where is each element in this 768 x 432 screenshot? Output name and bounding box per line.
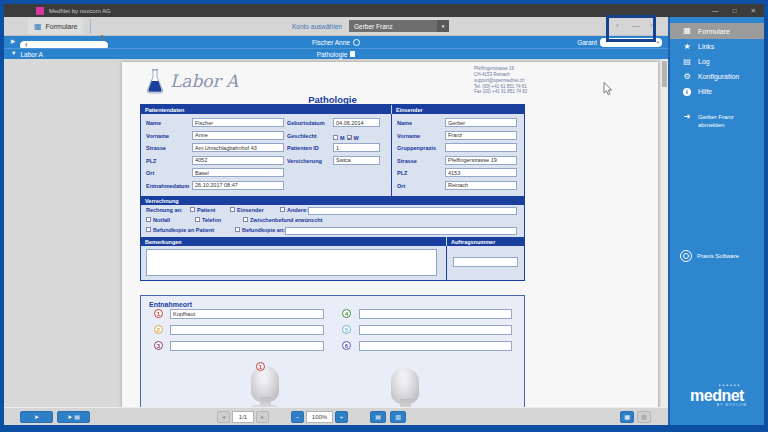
head-front-figure[interactable] xyxy=(245,366,285,407)
site-2-badge: 2 xyxy=(154,325,163,334)
einsender-strasse-field[interactable] xyxy=(445,156,517,165)
patientendaten-header: Patientendaten xyxy=(141,105,392,114)
patient-ort-field[interactable] xyxy=(192,168,284,177)
maximize-icon[interactable]: □ xyxy=(733,7,737,15)
close-icon[interactable]: ✕ xyxy=(751,7,756,15)
site-4-field[interactable] xyxy=(359,309,512,319)
telefon-checkbox[interactable] xyxy=(195,217,200,222)
scrollbar-thumb[interactable] xyxy=(662,61,667,87)
report-icon: ▦ xyxy=(624,414,630,420)
notfall-checkbox[interactable] xyxy=(146,217,151,222)
head-back-figure[interactable] xyxy=(385,368,425,407)
sidebar-item-formulare[interactable]: ▦ Formulare xyxy=(670,23,764,39)
geschlecht-w-checkbox[interactable] xyxy=(347,135,352,140)
form-group-label[interactable]: Labor A xyxy=(20,51,42,58)
patient-plz-field[interactable] xyxy=(192,156,284,165)
sidebar-item-hilfe[interactable]: i Hilfe xyxy=(670,84,764,99)
form-group-bar: ▼ Labor A Pathologie xyxy=(4,48,668,59)
secondary-report-button[interactable]: ▧ xyxy=(637,411,651,423)
logout-button[interactable]: ➜ Gerber Franz abmelden xyxy=(682,113,734,130)
einsender-vorname-field[interactable] xyxy=(445,131,517,140)
versicherung-field[interactable] xyxy=(333,156,380,165)
tab-formulare[interactable]: ▦ Formulare xyxy=(28,19,83,34)
zwischenbefund-checkbox[interactable] xyxy=(243,217,248,222)
site-6-field[interactable] xyxy=(359,341,512,351)
auftragsnummer-field[interactable] xyxy=(453,257,518,267)
zoom-in-button[interactable]: + xyxy=(335,411,348,423)
zoom-out-button[interactable]: − xyxy=(291,411,304,423)
andere-checkbox[interactable] xyxy=(280,207,285,212)
forms-grid-icon: ▦ xyxy=(682,27,692,35)
field-label: Gruppenpraxis xyxy=(397,143,445,156)
field-label: PLZ xyxy=(146,156,192,169)
site-3-field[interactable] xyxy=(170,341,324,351)
patient-checkbox[interactable] xyxy=(190,207,195,212)
mouse-cursor xyxy=(603,82,613,96)
next-page-button[interactable]: ▸ xyxy=(256,411,269,423)
sidebar-item-label: Log xyxy=(698,58,710,65)
site-1-field[interactable] xyxy=(170,309,324,319)
patient-vorname-field[interactable] xyxy=(192,131,284,140)
sidebar-item-konfiguration[interactable]: ⚙ Konfiguration xyxy=(670,69,764,84)
field-label: Ort xyxy=(146,168,192,181)
patient-bar: ▶ Fischer Anne Garant ▾ xyxy=(4,36,668,48)
field-label: Versicherung xyxy=(287,156,333,169)
einsender-name-field[interactable] xyxy=(445,118,517,127)
field-label: Entnahmedatum xyxy=(146,181,192,194)
active-form-name: Pathologie xyxy=(317,51,348,58)
einsender-plz-field[interactable] xyxy=(445,168,517,177)
logo-text: mednet xyxy=(690,387,744,404)
page-indicator: 1/1 xyxy=(232,411,254,423)
export-button[interactable]: ▥ xyxy=(390,411,406,423)
search-icon xyxy=(100,35,104,39)
patienten-id-field[interactable] xyxy=(333,143,380,152)
toolbar-separator xyxy=(90,19,91,34)
log-icon: ▤ xyxy=(682,58,692,66)
form-viewer: Labor A Pfeffingerstrasse 19 CH-4153 Rei… xyxy=(4,59,668,407)
einsender-section: Name Vorname Gruppenpraxis Strasse PLZ xyxy=(392,114,524,196)
sidebar-item-log[interactable]: ▤ Log xyxy=(670,54,764,69)
lab-flask-icon xyxy=(144,68,166,95)
bemerkungen-header: Bemerkungen xyxy=(141,237,446,246)
head-site-marker[interactable]: 1 xyxy=(256,362,265,371)
andere-field[interactable] xyxy=(308,207,517,215)
geschlecht-m-checkbox[interactable] xyxy=(333,135,338,140)
send-and-print-button[interactable]: ➤ ▤ xyxy=(57,411,90,423)
patient-name-field[interactable] xyxy=(192,118,284,127)
document-view-button[interactable]: ▤ xyxy=(370,411,386,423)
befundkopie-patient-checkbox[interactable] xyxy=(146,227,151,232)
previous-page-button[interactable]: ◂ xyxy=(217,411,230,423)
collapse-group-icon[interactable]: ▼ xyxy=(11,51,16,57)
patient-strasse-field[interactable] xyxy=(192,143,284,152)
annotation-highlight-box xyxy=(606,15,656,42)
sidebar-item-links[interactable]: ★ Links xyxy=(670,39,764,54)
site-2-field[interactable] xyxy=(170,325,324,335)
patient-info-icon[interactable] xyxy=(353,39,360,46)
vertical-scrollbar[interactable] xyxy=(660,59,668,407)
praxis-software-icon xyxy=(680,250,692,262)
sidebar-item-label: Hilfe xyxy=(698,88,712,95)
document-icon: ▤ xyxy=(375,414,381,420)
befundkopie-an-checkbox[interactable] xyxy=(235,227,240,232)
field-label: Patienten ID xyxy=(287,143,333,156)
expand-right-icon[interactable]: ▶ xyxy=(11,39,15,45)
gruppenpraxis-field[interactable] xyxy=(445,143,517,152)
send-icon: ➤ xyxy=(67,414,72,420)
field-label: Vorname xyxy=(397,131,445,144)
entnahmedatum-field[interactable] xyxy=(192,181,284,190)
praxis-software-item[interactable]: Praxis Software xyxy=(680,250,739,262)
befundkopie-an-field[interactable] xyxy=(285,227,517,235)
report-button[interactable]: ▦ xyxy=(620,411,634,423)
geburtsdatum-field[interactable] xyxy=(333,118,380,127)
bemerkungen-field[interactable] xyxy=(146,249,437,276)
chevron-down-icon[interactable]: ▾ xyxy=(437,20,449,32)
site-5-field[interactable] xyxy=(359,325,512,335)
konto-dropdown[interactable]: Gerber Franz ▾ xyxy=(349,20,449,32)
info-icon: i xyxy=(683,88,691,96)
send-button[interactable]: ➤ xyxy=(20,411,53,423)
document-icon xyxy=(350,51,355,57)
einsender-checkbox[interactable] xyxy=(230,207,235,212)
einsender-ort-field[interactable] xyxy=(445,181,517,190)
zoom-level: 100% xyxy=(306,411,333,423)
minimize-icon[interactable]: — xyxy=(712,7,719,15)
